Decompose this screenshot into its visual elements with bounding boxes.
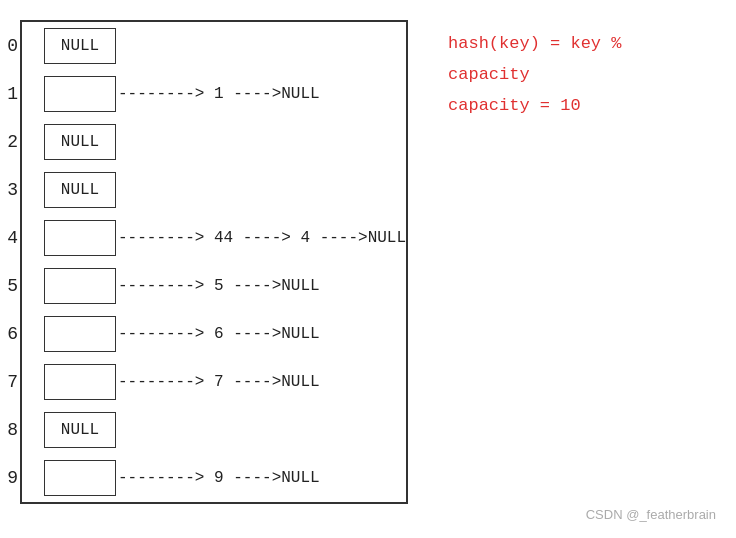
table-row: 7--------> 7 ---->NULL xyxy=(22,358,406,406)
chain-text: --------> 44 ----> 4 ---->NULL xyxy=(118,229,406,247)
bucket-cell xyxy=(44,220,116,256)
bucket-cell: NULL xyxy=(44,172,116,208)
table-row: 1--------> 1 ---->NULL xyxy=(22,70,406,118)
chain-text: --------> 7 ---->NULL xyxy=(118,373,320,391)
hash-table: 0NULL1--------> 1 ---->NULL2NULL3NULL4--… xyxy=(20,20,408,504)
table-row: 6--------> 6 ---->NULL xyxy=(22,310,406,358)
table-row: 3NULL xyxy=(22,166,406,214)
index-label: 1 xyxy=(0,84,18,104)
table-section: 0NULL1--------> 1 ---->NULL2NULL3NULL4--… xyxy=(20,10,408,528)
main-container: 0NULL1--------> 1 ---->NULL2NULL3NULL4--… xyxy=(0,0,736,538)
index-label: 6 xyxy=(0,324,18,344)
table-row: 4--------> 44 ----> 4 ---->NULL xyxy=(22,214,406,262)
index-label: 3 xyxy=(0,180,18,200)
index-label: 9 xyxy=(0,468,18,488)
bucket-cell xyxy=(44,268,116,304)
table-row: 8NULL xyxy=(22,406,406,454)
index-label: 0 xyxy=(0,36,18,56)
chain-text: --------> 5 ---->NULL xyxy=(118,277,320,295)
bucket-cell: NULL xyxy=(44,28,116,64)
table-row: 5--------> 5 ---->NULL xyxy=(22,262,406,310)
formula-line2: capacity xyxy=(448,61,716,88)
index-label: 2 xyxy=(0,132,18,152)
formula-line3: capacity = 10 xyxy=(448,92,716,119)
formula-line1: hash(key) = key % xyxy=(448,30,716,57)
index-label: 8 xyxy=(0,420,18,440)
chain-text: --------> 1 ---->NULL xyxy=(118,85,320,103)
watermark: CSDN @_featherbrain xyxy=(586,507,716,522)
chain-text: --------> 9 ---->NULL xyxy=(118,469,320,487)
index-label: 5 xyxy=(0,276,18,296)
chain-text: --------> 6 ---->NULL xyxy=(118,325,320,343)
table-row: 9--------> 9 ---->NULL xyxy=(22,454,406,502)
bucket-cell xyxy=(44,316,116,352)
index-label: 7 xyxy=(0,372,18,392)
bucket-cell: NULL xyxy=(44,124,116,160)
bucket-cell xyxy=(44,76,116,112)
bucket-cell: NULL xyxy=(44,412,116,448)
index-label: 4 xyxy=(0,228,18,248)
bucket-cell xyxy=(44,460,116,496)
table-row: 0NULL xyxy=(22,22,406,70)
table-row: 2NULL xyxy=(22,118,406,166)
bucket-cell xyxy=(44,364,116,400)
info-section: hash(key) = key % capacity capacity = 10 xyxy=(408,10,716,528)
